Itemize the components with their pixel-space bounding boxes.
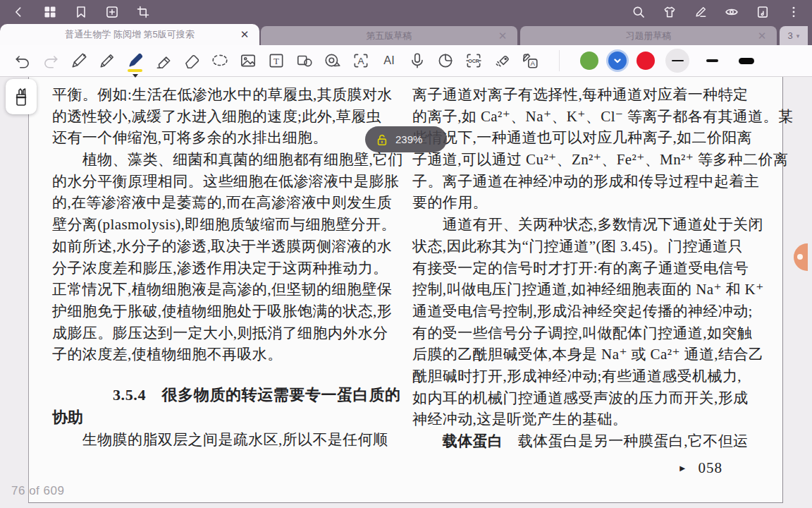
chevron-down-icon bbox=[608, 52, 627, 70]
zoom-level-badge[interactable]: 239% bbox=[365, 126, 447, 152]
annotation-toolbar: T A AI OCR A bbox=[0, 45, 812, 77]
text-line: 护细胞免于胀破,使植物细胞处于吸胀饱满的状态,形 bbox=[52, 301, 388, 322]
read-mode-eye-icon[interactable] bbox=[724, 5, 739, 20]
search-icon[interactable] bbox=[631, 5, 646, 20]
toolbar-divider bbox=[559, 50, 560, 71]
tab-count-value: 3 bbox=[788, 30, 793, 41]
text-line-carrier: 载体蛋白 载体蛋白是另一种膜蛋白,它不但运 bbox=[412, 430, 752, 452]
redo-button[interactable] bbox=[41, 49, 60, 73]
theme-shirt-icon[interactable] bbox=[662, 5, 677, 20]
svg-text:AI: AI bbox=[383, 54, 394, 66]
document-tab-strip: 普通生物学 陈阅增 第5版可搜索 ✕ 第五版草稿 ✕ 习题册草稿 ✕ 3 ▾ bbox=[0, 24, 812, 45]
text-line: 要的作用。 bbox=[412, 192, 752, 214]
left-text-column: 平衡。例如:生活在低渗池水中的草履虫,其质膜对水 的透性较小,减缓了水进入细胞的… bbox=[52, 84, 388, 451]
text-line: 有接受一定的信号时才打开:有的离子通道受电信号 bbox=[412, 258, 752, 279]
tab-document-3[interactable]: 习题册草稿 ✕ bbox=[520, 26, 777, 45]
highlighter-tool[interactable] bbox=[154, 49, 173, 73]
fountain-pen-tool[interactable] bbox=[69, 49, 88, 73]
tab-count-button[interactable]: 3 ▾ bbox=[780, 26, 808, 45]
lasso-tool[interactable] bbox=[210, 49, 229, 73]
color-swatch-blue-selected[interactable] bbox=[608, 52, 627, 70]
scan-text-tool[interactable]: A bbox=[351, 49, 370, 73]
chevron-down-icon: ▾ bbox=[796, 32, 800, 40]
tab-close-icon[interactable]: ✕ bbox=[239, 29, 250, 40]
add-page-icon[interactable] bbox=[104, 5, 119, 20]
text-line: 通道有开、关两种状态,多数情况下通道处于关闭 bbox=[412, 214, 752, 236]
carrier-protein-label: 载体蛋白 bbox=[443, 433, 503, 449]
crop-icon[interactable] bbox=[135, 5, 150, 20]
thickness-medium[interactable] bbox=[700, 49, 724, 73]
text-line: 分子浓度差和膨压,渗透作用决定于这两种推动力。 bbox=[52, 258, 388, 279]
pencil-case-icon bbox=[13, 86, 30, 107]
more-menu-icon[interactable] bbox=[786, 5, 801, 20]
text-line: 植物、藻类、细菌和真菌的细胞都有细胞壁,它们 bbox=[52, 149, 388, 171]
bookmark-icon[interactable] bbox=[73, 5, 88, 20]
text-box-tool[interactable]: T bbox=[266, 49, 285, 73]
text-line: 如前所述,水分子的渗透,取决于半透膜两侧溶液的水 bbox=[52, 236, 388, 258]
svg-text:T: T bbox=[273, 56, 279, 66]
ocr-tool[interactable]: OCR bbox=[464, 49, 483, 73]
undo-button[interactable] bbox=[13, 49, 32, 73]
text-line: 子通道,可以通过 Cu²⁺、Zn²⁺、Fe²⁺、Mn²⁺ 等多种二价离 bbox=[412, 149, 752, 171]
color-swatch-red[interactable] bbox=[636, 52, 655, 70]
tag-pen-tool[interactable] bbox=[492, 49, 511, 73]
topbar-left-group bbox=[11, 5, 150, 20]
pencil-case-button[interactable] bbox=[6, 79, 37, 114]
eraser-tool[interactable] bbox=[182, 49, 201, 73]
text-line: 还有一个伸缩泡,可将多余的水排出细胞。 bbox=[52, 127, 388, 149]
top-navigation-bar bbox=[0, 0, 812, 24]
tab-document-1[interactable]: 普通生物学 陈阅增 第5版可搜索 ✕ bbox=[0, 24, 259, 45]
grid-pages-icon[interactable] bbox=[42, 5, 57, 20]
text-line: 壁分离(plasmolysis),即细胞质皱缩而与细胞壁分开。 bbox=[52, 214, 388, 236]
topbar-right-group bbox=[631, 5, 801, 20]
thickness-thick[interactable] bbox=[734, 49, 758, 73]
text-line: 如内耳的机械门控通道感受声波的压力而开关,形成 bbox=[412, 387, 752, 409]
text-line: 状态,因此称其为“门控通道”(图 3.45)。门控通道只 bbox=[412, 236, 752, 258]
text-line: 有的受一些信号分子调控,叫做配体门控通道,如突触 bbox=[412, 322, 752, 344]
text-line: 的水分平衡原理相同。这些细胞在低渗溶液中是膨胀 bbox=[52, 171, 388, 193]
back-chevron-icon[interactable] bbox=[11, 5, 26, 20]
shapes-tool[interactable] bbox=[295, 49, 314, 73]
text-line: 子。离子通道在神经冲动的形成和传导过程中起着主 bbox=[412, 171, 752, 193]
text-line: 子的浓度差,使植物细胞不再吸水。 bbox=[52, 344, 388, 365]
tab-label: 普通生物学 陈阅增 第5版可搜索 bbox=[65, 28, 194, 41]
right-text-column: 离子通道对离子有选择性,每种通道对应着一种特定 的离子,如 Ca²⁺、Na⁺、K… bbox=[412, 84, 752, 478]
tab-document-2[interactable]: 第五版草稿 ✕ bbox=[261, 26, 517, 45]
text-line: 通道受电信号控制,形成沿神经突起传播的神经冲动; bbox=[412, 301, 752, 322]
pencil-tool[interactable] bbox=[97, 49, 116, 73]
text-line: 些情况下,一种通道也可以对应几种离子,如二价阳离 bbox=[412, 127, 752, 149]
zoom-level-value: 239% bbox=[395, 133, 422, 145]
thickness-thin-selected[interactable] bbox=[665, 49, 689, 73]
annotate-pen-icon[interactable] bbox=[693, 5, 708, 20]
ballpoint-pen-tool-selected[interactable] bbox=[125, 49, 144, 73]
tab-close-icon[interactable]: ✕ bbox=[756, 30, 768, 42]
svg-text:A: A bbox=[357, 56, 364, 66]
text-line: 成膨压。膨压达到一定大小,则抵消了细胞内外水分 bbox=[52, 322, 388, 344]
text-line: 正常情况下,植物细胞液是高渗的,但坚韧的细胞壁保 bbox=[52, 279, 388, 301]
ai-assistant-tool[interactable]: AI bbox=[379, 49, 398, 73]
text-line: 生物膜的脂双层之间是疏水区,所以不是任何顺 bbox=[52, 429, 388, 451]
text-line: 酰胆碱时打开,形成神经冲动;有些通道感受机械力, bbox=[412, 365, 752, 387]
tab-label: 第五版草稿 bbox=[367, 30, 412, 42]
image-tool[interactable] bbox=[238, 49, 257, 73]
tab-label: 习题册草稿 bbox=[626, 30, 672, 42]
section-heading-wrap: 协助 bbox=[52, 406, 388, 429]
text-line: 神经冲动,这是听觉产生的基础。 bbox=[412, 409, 752, 430]
text-line: 的,在等渗溶液中是萎蔫的,而在高渗溶液中则发生质 bbox=[52, 192, 388, 214]
tool-options-caret bbox=[133, 74, 138, 78]
page-position-indicator: 76 of 609 bbox=[11, 484, 64, 498]
unlocked-padlock-icon bbox=[376, 133, 388, 146]
microphone-tool[interactable] bbox=[407, 49, 426, 73]
footer-arrow-icon: ► bbox=[678, 463, 687, 473]
color-swatch-green[interactable] bbox=[580, 52, 598, 70]
text-line: 离子通道对离子有选择性,每种通道对应着一种特定 bbox=[412, 84, 752, 106]
sticker-tool[interactable] bbox=[436, 49, 455, 73]
translate-tool[interactable]: A bbox=[520, 49, 539, 73]
tab-close-icon[interactable]: ✕ bbox=[497, 30, 508, 42]
page-panel-icon[interactable] bbox=[755, 5, 770, 20]
printed-page-number: 058 bbox=[699, 459, 723, 476]
text-line: 控制,叫做电压门控通道,如神经细胞表面的 Na⁺ 和 K⁺ bbox=[412, 279, 752, 301]
tape-tool[interactable] bbox=[323, 49, 342, 73]
text-line: 平衡。例如:生活在低渗池水中的草履虫,其质膜对水 bbox=[52, 84, 388, 106]
text-line: 的离子,如 Ca²⁺、Na⁺、K⁺、Cl⁻ 等离子都各有其通道。某 bbox=[412, 106, 752, 128]
